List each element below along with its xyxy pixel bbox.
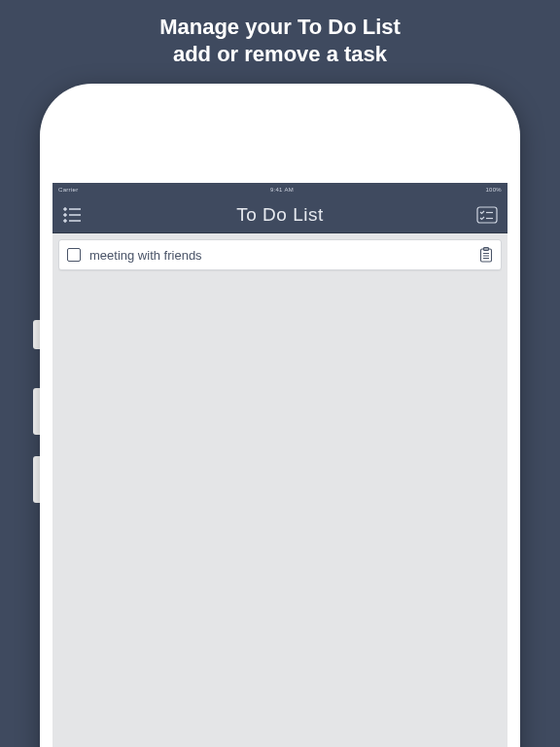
- status-bar: Carrier 9:41 AM 100%: [52, 183, 508, 196]
- svg-point-0: [64, 207, 67, 210]
- device-frame: Carrier 9:41 AM 100% To Do List: [40, 84, 520, 747]
- checklist-settings-icon[interactable]: [476, 204, 498, 226]
- task-list: meeting with friends: [52, 233, 508, 276]
- promo-heading: Manage your To Do List add or remove a t…: [0, 0, 560, 67]
- status-left: Carrier: [58, 187, 78, 193]
- menu-list-icon[interactable]: [62, 204, 84, 226]
- task-row[interactable]: meeting with friends: [58, 239, 502, 270]
- side-button: [33, 456, 40, 503]
- svg-point-4: [64, 219, 67, 222]
- side-button: [33, 320, 40, 349]
- svg-rect-6: [477, 207, 497, 223]
- page-title: To Do List: [236, 204, 323, 226]
- promo-line2: add or remove a task: [0, 41, 560, 68]
- svg-point-2: [64, 213, 67, 216]
- app-screen: Carrier 9:41 AM 100% To Do List: [52, 183, 508, 747]
- nav-bar: To Do List: [52, 196, 508, 233]
- task-label: meeting with friends: [89, 248, 479, 263]
- task-checkbox[interactable]: [67, 248, 81, 262]
- status-center: 9:41 AM: [270, 187, 294, 193]
- promo-line1: Manage your To Do List: [0, 14, 560, 41]
- clipboard-icon[interactable]: [479, 247, 493, 263]
- status-right: 100%: [485, 187, 502, 193]
- side-button: [33, 388, 40, 435]
